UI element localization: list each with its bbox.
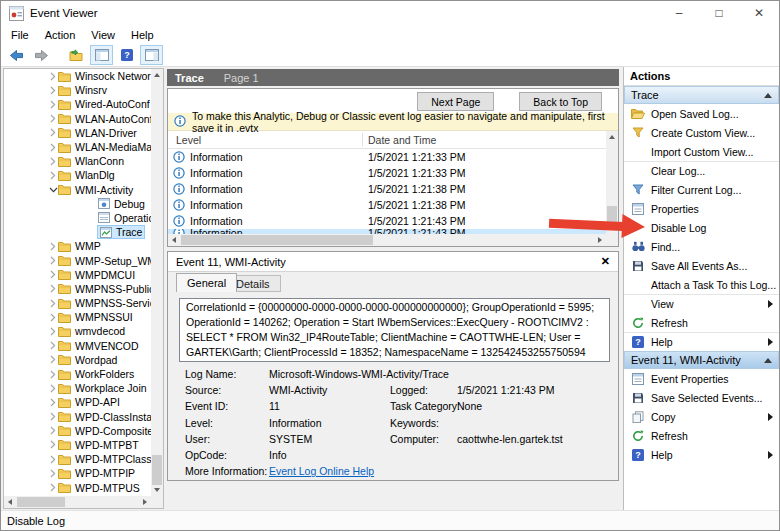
tree-item-workplace-join[interactable]: Workplace Join (4, 381, 151, 395)
event-row[interactable]: Information1/5/2021 1:21:33 PM (168, 149, 606, 165)
close-detail-icon[interactable]: ✕ (601, 255, 610, 268)
expanded-chevron-icon[interactable] (48, 187, 58, 193)
action-create-custom-view-[interactable]: Create Custom View... (624, 123, 779, 142)
collapsed-chevron-icon[interactable] (48, 412, 58, 421)
back-to-top-button[interactable]: Back to Top (519, 92, 602, 111)
tree-item-workfolders[interactable]: WorkFolders (4, 367, 151, 381)
help-button[interactable]: ? (115, 45, 138, 65)
column-date-time[interactable]: Date and Time (368, 134, 436, 146)
tree-vertical-scrollbar[interactable] (151, 69, 163, 496)
action-refresh[interactable]: Refresh (624, 426, 779, 445)
tree-vscroll-thumb[interactable] (152, 455, 162, 485)
action-save-selected-events-[interactable]: Save Selected Events... (624, 388, 779, 407)
list-horizontal-scrollbar[interactable] (168, 234, 606, 246)
action-find-[interactable]: Find... (624, 237, 779, 256)
collapsed-chevron-icon[interactable] (48, 242, 58, 251)
event-row[interactable]: Information1/5/2021 1:21:43 PM (168, 213, 606, 229)
scroll-up-arrow[interactable] (606, 131, 618, 143)
scroll-down-arrow[interactable] (151, 484, 163, 496)
column-level[interactable]: Level (176, 134, 201, 146)
show-console-tree-button[interactable] (90, 45, 113, 65)
scroll-left-arrow[interactable] (4, 496, 16, 508)
minimize-button[interactable]: – (659, 1, 699, 25)
tree-item-trace[interactable]: Trace (4, 225, 151, 239)
back-button[interactable] (5, 45, 28, 65)
collapse-section-icon[interactable] (764, 358, 772, 363)
action-import-custom-view-[interactable]: Import Custom View... (624, 142, 779, 161)
tree-item-wmp-setup-wm[interactable]: WMP-Setup_WM (4, 253, 151, 267)
collapsed-chevron-icon[interactable] (48, 313, 58, 322)
collapsed-chevron-icon[interactable] (48, 455, 58, 464)
collapsed-chevron-icon[interactable] (48, 440, 58, 449)
tree-item-wmvdecod[interactable]: wmvdecod (4, 324, 151, 338)
collapsed-chevron-icon[interactable] (48, 299, 58, 308)
action-copy[interactable]: Copy (624, 407, 779, 426)
action-disable-log[interactable]: Disable Log (624, 218, 779, 237)
collapsed-chevron-icon[interactable] (48, 327, 58, 336)
collapsed-chevron-icon[interactable] (48, 114, 58, 123)
menu-action[interactable]: Action (37, 27, 84, 43)
action-open-saved-log-[interactable]: Open Saved Log... (624, 104, 779, 123)
tree-item-wpd-mtpclassd[interactable]: WPD-MTPClassD (4, 452, 151, 466)
action-properties[interactable]: Properties (624, 199, 779, 218)
tree-item-wlandlg[interactable]: WlanDlg (4, 168, 151, 182)
action-help[interactable]: ?Help (624, 445, 779, 464)
event-log-online-help-link[interactable]: Event Log Online Help (269, 465, 374, 477)
tree-horizontal-scrollbar[interactable] (4, 496, 151, 508)
collapsed-chevron-icon[interactable] (48, 483, 58, 492)
tree-item-wlan-driver[interactable]: WLAN-Driver (4, 126, 151, 140)
tree-item-wmpdmcui[interactable]: WMPDMCUI (4, 268, 151, 282)
tree-item-wired-autoconf[interactable]: Wired-AutoConf (4, 97, 151, 111)
tree-item-wpd-mtpip[interactable]: WPD-MTPIP (4, 466, 151, 480)
next-page-button[interactable]: Next Page (417, 92, 494, 111)
tree-hscroll-thumb[interactable] (17, 497, 65, 507)
tree-item-wpd-mtpbt[interactable]: WPD-MTPBT (4, 438, 151, 452)
collapsed-chevron-icon[interactable] (48, 143, 58, 152)
collapsed-chevron-icon[interactable] (48, 100, 58, 109)
list-hscroll-thumb[interactable] (181, 235, 373, 245)
event-description[interactable]: CorrelationId = {00000000-0000-0000-0000… (179, 298, 610, 362)
show-action-pane-button[interactable] (140, 45, 163, 65)
close-button[interactable]: ✕ (739, 1, 779, 25)
tree-item-wmi-activity[interactable]: WMI-Activity (4, 183, 151, 197)
tree-item-wlan-autoconf[interactable]: WLAN-AutoConf (4, 112, 151, 126)
collapsed-chevron-icon[interactable] (48, 355, 58, 364)
collapsed-chevron-icon[interactable] (48, 370, 58, 379)
menu-view[interactable]: View (83, 27, 123, 43)
scroll-right-arrow[interactable] (139, 496, 151, 508)
tree-item-wpd-classinstal[interactable]: WPD-ClassInstal (4, 410, 151, 424)
tree-item-winsock-networ[interactable]: Winsock Networ (4, 69, 151, 83)
tree-item-wlanconn[interactable]: WlanConn (4, 154, 151, 168)
collapse-section-icon[interactable] (764, 93, 772, 98)
tree-item-wpd-api[interactable]: WPD-API (4, 395, 151, 409)
collapsed-chevron-icon[interactable] (48, 384, 58, 393)
action-clear-log-[interactable]: Clear Log... (624, 161, 779, 180)
tree-item-operational[interactable]: Operational (4, 211, 151, 225)
menu-help[interactable]: Help (123, 27, 162, 43)
collapsed-chevron-icon[interactable] (48, 270, 58, 279)
tree-item-wpd-mtpus[interactable]: WPD-MTPUS (4, 480, 151, 494)
collapsed-chevron-icon[interactable] (48, 171, 58, 180)
collapsed-chevron-icon[interactable] (48, 426, 58, 435)
actions-section-trace[interactable]: Trace (624, 86, 779, 104)
collapsed-chevron-icon[interactable] (48, 157, 58, 166)
tree-item-wmpnss-servic[interactable]: WMPNSS-Servic (4, 296, 151, 310)
scroll-down-arrow[interactable] (606, 222, 618, 234)
maximize-button[interactable]: □ (699, 1, 739, 25)
action-help[interactable]: ?Help (624, 332, 779, 351)
tree-item-winsrv[interactable]: Winsrv (4, 83, 151, 97)
action-refresh[interactable]: Refresh (624, 313, 779, 332)
scroll-up-arrow[interactable] (151, 69, 163, 81)
action-filter-current-log-[interactable]: Filter Current Log... (624, 180, 779, 199)
action-view[interactable]: View (624, 294, 779, 313)
collapsed-chevron-icon[interactable] (48, 398, 58, 407)
open-saved-log-button[interactable] (65, 45, 88, 65)
collapsed-chevron-icon[interactable] (48, 128, 58, 137)
collapsed-chevron-icon[interactable] (48, 256, 58, 265)
tree-item-wmvencod[interactable]: WMVENCOD (4, 339, 151, 353)
forward-button[interactable] (30, 45, 53, 65)
collapsed-chevron-icon[interactable] (48, 469, 58, 478)
action-attach-a-task-to-this-log-[interactable]: Attach a Task To this Log... (624, 275, 779, 294)
actions-section-event-11-wmi-activity[interactable]: Event 11, WMI-Activity (624, 351, 779, 369)
tree-item-wordpad[interactable]: Wordpad (4, 353, 151, 367)
